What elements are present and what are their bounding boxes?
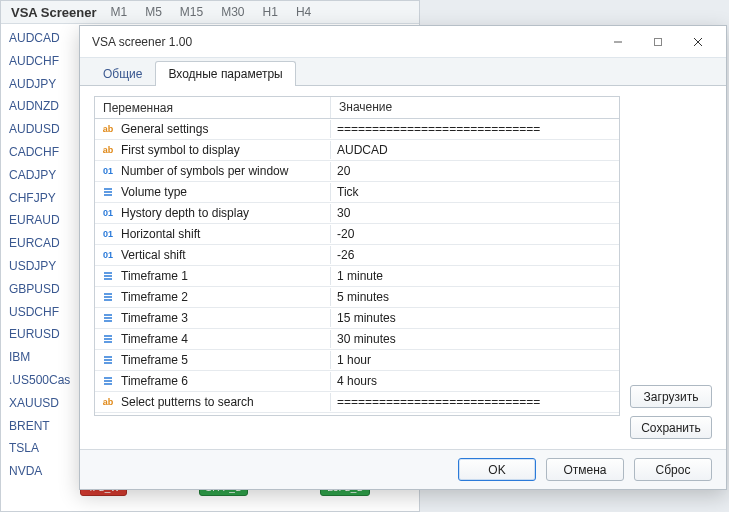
timeframe-M1[interactable]: M1 [111, 5, 128, 19]
param-value-cell[interactable]: -26 [331, 246, 619, 264]
symbol-row[interactable]: AUDCHF [9, 50, 71, 73]
enum-type-icon [101, 374, 115, 388]
param-name-cell: Volume type [95, 183, 331, 201]
param-value-cell[interactable]: 30 minutes [331, 330, 619, 348]
symbol-row[interactable]: CADJPY [9, 164, 71, 187]
table-row[interactable]: abFirst symbol to displayAUDCAD [95, 140, 619, 161]
minimize-icon [613, 37, 623, 47]
param-name-cell: 01Number of symbols per window [95, 162, 331, 180]
table-row[interactable]: Volume typeTick [95, 182, 619, 203]
param-value-cell[interactable]: -20 [331, 225, 619, 243]
param-value-cell[interactable]: 5 minutes [331, 288, 619, 306]
param-name: Timeframe 5 [121, 353, 188, 367]
symbol-row[interactable]: CADCHF [9, 141, 71, 164]
symbol-row[interactable]: EURAUD [9, 209, 71, 232]
param-name: Number of symbols per window [121, 164, 288, 178]
param-name-cell: Timeframe 6 [95, 372, 331, 390]
param-name: First symbol to display [121, 143, 240, 157]
symbol-row[interactable]: TSLA [9, 437, 71, 460]
symbol-row[interactable]: XAUUSD [9, 392, 71, 415]
timeframe-H1[interactable]: H1 [263, 5, 278, 19]
load-button[interactable]: Загрузить [630, 385, 712, 408]
symbol-row[interactable]: AUDJPY [9, 73, 71, 96]
int-type-icon: 01 [101, 164, 115, 178]
symbol-row[interactable]: AUDNZD [9, 95, 71, 118]
cancel-button[interactable]: Отмена [546, 458, 624, 481]
param-name: Vertical shift [121, 248, 186, 262]
table-row[interactable]: Timeframe 11 minute [95, 266, 619, 287]
tab-inputs[interactable]: Входные параметры [155, 61, 295, 86]
param-value-cell[interactable]: 20 [331, 162, 619, 180]
table-row[interactable]: 01Number of symbols per window20 [95, 161, 619, 182]
header-value[interactable]: Значение [331, 97, 619, 118]
table-row[interactable]: Timeframe 315 minutes [95, 308, 619, 329]
param-name-cell: Timeframe 1 [95, 267, 331, 285]
save-button[interactable]: Сохранить [630, 416, 712, 439]
symbol-row[interactable]: USDCHF [9, 301, 71, 324]
symbol-row[interactable]: AUDCAD [9, 27, 71, 50]
int-type-icon: 01 [101, 227, 115, 241]
enum-type-icon [101, 353, 115, 367]
params-table: Переменная Значение abGeneral settings==… [94, 96, 620, 416]
param-value-cell[interactable]: 1 minute [331, 267, 619, 285]
symbol-row[interactable]: AUDUSD [9, 118, 71, 141]
symbol-row[interactable]: NVDA [9, 460, 71, 483]
symbol-row[interactable]: IBM [9, 346, 71, 369]
reset-button[interactable]: Сброс [634, 458, 712, 481]
symbol-row[interactable]: EURUSD [9, 323, 71, 346]
timeframe-M30[interactable]: M30 [221, 5, 244, 19]
dialog-footer: OK Отмена Сброс [80, 449, 726, 489]
symbol-list: AUDCADAUDCHFAUDJPYAUDNZDAUDUSDCADCHFCADJ… [1, 24, 71, 486]
param-value-cell[interactable]: 30 [331, 204, 619, 222]
table-row[interactable]: Timeframe 51 hour [95, 350, 619, 371]
svg-rect-1 [655, 38, 662, 45]
param-name: Timeframe 6 [121, 374, 188, 388]
param-name: General settings [121, 122, 208, 136]
param-name: Timeframe 2 [121, 290, 188, 304]
param-name-cell: abFirst symbol to display [95, 141, 331, 159]
dialog-title: VSA screener 1.00 [92, 35, 192, 49]
param-name-cell: Timeframe 5 [95, 351, 331, 369]
table-row[interactable]: 01Vertical shift-26 [95, 245, 619, 266]
timeframe-H4[interactable]: H4 [296, 5, 311, 19]
symbol-row[interactable]: EURCAD [9, 232, 71, 255]
param-value-cell[interactable]: 4 hours [331, 372, 619, 390]
enum-type-icon [101, 332, 115, 346]
table-row[interactable]: abGeneral settings======================… [95, 119, 619, 140]
tab-common[interactable]: Общие [90, 61, 155, 86]
table-row[interactable]: Timeframe 430 minutes [95, 329, 619, 350]
table-row[interactable]: 01Hystory depth to display30 [95, 203, 619, 224]
table-row[interactable]: Timeframe 64 hours [95, 371, 619, 392]
table-row[interactable]: 01Horizontal shift-20 [95, 224, 619, 245]
param-value-cell[interactable]: 15 minutes [331, 309, 619, 327]
table-body[interactable]: abGeneral settings======================… [95, 119, 619, 415]
str-type-icon: ab [101, 143, 115, 157]
header-variable[interactable]: Переменная [95, 97, 331, 118]
table-row[interactable]: abSelect putterns to search=============… [95, 392, 619, 413]
param-value-cell[interactable]: Tick [331, 183, 619, 201]
enum-type-icon [101, 269, 115, 283]
param-name: Select putterns to search [121, 395, 254, 409]
symbol-row[interactable]: USDJPY [9, 255, 71, 278]
symbol-row[interactable]: BRENT [9, 415, 71, 438]
param-value-cell[interactable]: AUDCAD [331, 141, 619, 159]
param-value-cell[interactable]: ============================= [331, 120, 619, 138]
enum-type-icon [101, 290, 115, 304]
maximize-button[interactable] [638, 28, 678, 56]
param-name: Horizontal shift [121, 227, 200, 241]
close-button[interactable] [678, 28, 718, 56]
param-value-cell[interactable]: 1 hour [331, 351, 619, 369]
maximize-icon [653, 37, 663, 47]
timeframe-M5[interactable]: M5 [145, 5, 162, 19]
table-row[interactable]: Timeframe 25 minutes [95, 287, 619, 308]
timeframe-M15[interactable]: M15 [180, 5, 203, 19]
param-value-cell[interactable]: ============================= [331, 393, 619, 411]
ok-button[interactable]: OK [458, 458, 536, 481]
symbol-row[interactable]: CHFJPY [9, 187, 71, 210]
enum-type-icon [101, 185, 115, 199]
symbol-row[interactable]: .US500Cash [9, 369, 71, 392]
dialog-tabs: Общие Входные параметры [80, 58, 726, 86]
param-name-cell: Timeframe 3 [95, 309, 331, 327]
minimize-button[interactable] [598, 28, 638, 56]
symbol-row[interactable]: GBPUSD [9, 278, 71, 301]
